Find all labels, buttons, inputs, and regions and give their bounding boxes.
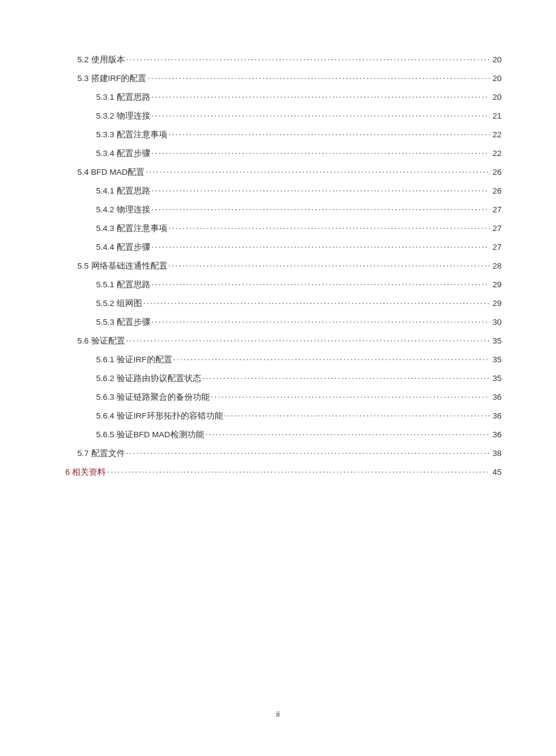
toc-entry[interactable]: 5.2 使用版本20 xyxy=(65,54,502,65)
toc-leader-dots xyxy=(211,392,490,401)
toc-leader-dots xyxy=(152,92,490,101)
toc-entry-label: 5.6.1 验证IRF的配置 xyxy=(96,354,172,365)
toc-entry-label: 5.7 配置文件 xyxy=(77,448,125,459)
toc-entry-page: 21 xyxy=(491,111,502,120)
toc-entry-label: 5.4.1 配置思路 xyxy=(96,186,150,197)
toc-entry[interactable]: 5.6 验证配置35 xyxy=(65,336,502,347)
toc-entry-page: 22 xyxy=(491,130,502,139)
toc-entry[interactable]: 6 相关资料45 xyxy=(65,467,502,478)
toc-leader-dots xyxy=(126,54,490,64)
toc-leader-dots xyxy=(146,167,490,176)
page-number: ii xyxy=(0,709,556,719)
toc-entry-label: 5.4.4 配置步骤 xyxy=(96,242,150,253)
toc-entry[interactable]: 5.3.2 物理连接21 xyxy=(65,111,502,122)
toc-leader-dots xyxy=(224,411,490,420)
toc-entry-page: 35 xyxy=(491,355,502,364)
toc-entry[interactable]: 5.6.5 验证BFD MAD检测功能36 xyxy=(65,429,502,440)
toc-entry-page: 29 xyxy=(491,299,502,308)
toc-leader-dots xyxy=(126,448,490,457)
toc-leader-dots xyxy=(152,186,490,195)
toc-entry[interactable]: 5.3.4 配置步骤22 xyxy=(65,148,502,159)
toc-entry-page: 30 xyxy=(491,318,502,327)
toc-leader-dots xyxy=(152,148,490,157)
toc-leader-dots xyxy=(169,223,490,232)
toc-entry-page: 22 xyxy=(491,149,502,158)
toc-entry-label: 5.3.4 配置步骤 xyxy=(96,148,150,159)
toc-leader-dots xyxy=(143,298,490,307)
toc-entry-page: 29 xyxy=(491,280,502,289)
toc-entry-page: 36 xyxy=(491,411,502,420)
toc-entry-label: 5.6.4 验证IRF环形拓扑的容错功能 xyxy=(96,411,223,422)
toc-entry-page: 28 xyxy=(491,261,502,270)
toc-entry-label: 5.6 验证配置 xyxy=(77,336,125,347)
toc-entry-label: 5.4 BFD MAD配置 xyxy=(77,167,144,178)
toc-leader-dots xyxy=(152,242,490,251)
toc-entry-page: 36 xyxy=(491,430,502,439)
toc-entry-page: 27 xyxy=(491,224,502,233)
toc-leader-dots xyxy=(152,111,490,120)
toc-leader-dots xyxy=(205,429,490,438)
toc-leader-dots xyxy=(173,354,490,363)
toc-entry-page: 26 xyxy=(491,168,502,177)
toc-container: 5.2 使用版本205.3 搭建IRF的配置205.3.1 配置思路205.3.… xyxy=(0,0,556,478)
toc-entry-label: 5.4.3 配置注意事项 xyxy=(96,223,167,234)
toc-entry-page: 35 xyxy=(491,336,502,345)
toc-entry-label: 5.4.2 物理连接 xyxy=(96,204,150,215)
toc-entry-page: 20 xyxy=(491,93,502,102)
toc-entry[interactable]: 5.5.3 配置步骤30 xyxy=(65,317,502,328)
toc-entry-label: 5.5.1 配置思路 xyxy=(96,279,150,290)
toc-entry-page: 27 xyxy=(491,243,502,252)
toc-leader-dots xyxy=(126,336,490,345)
toc-entry[interactable]: 5.4.3 配置注意事项27 xyxy=(65,223,502,234)
toc-leader-dots xyxy=(202,373,490,382)
toc-entry-page: 35 xyxy=(491,374,502,383)
toc-leader-dots xyxy=(107,467,490,476)
toc-entry[interactable]: 5.4 BFD MAD配置26 xyxy=(65,167,502,178)
toc-entry[interactable]: 5.3 搭建IRF的配置20 xyxy=(65,73,502,84)
toc-entry-label: 5.5.2 组网图 xyxy=(96,298,142,309)
toc-entry-page: 45 xyxy=(491,468,502,477)
toc-leader-dots xyxy=(152,279,490,288)
toc-entry-page: 20 xyxy=(491,74,502,83)
toc-entry[interactable]: 5.3.1 配置思路20 xyxy=(65,92,502,103)
toc-entry-label: 5.5 网络基础连通性配置 xyxy=(77,261,167,272)
toc-leader-dots xyxy=(169,129,490,138)
toc-entry-label: 5.6.2 验证路由协议配置状态 xyxy=(96,373,201,384)
toc-entry-page: 38 xyxy=(491,449,502,458)
toc-entry[interactable]: 5.5.2 组网图29 xyxy=(65,298,502,309)
toc-entry[interactable]: 5.4.1 配置思路26 xyxy=(65,186,502,197)
toc-entry[interactable]: 5.5 网络基础连通性配置28 xyxy=(65,261,502,272)
toc-entry[interactable]: 5.6.1 验证IRF的配置35 xyxy=(65,354,502,365)
toc-entry[interactable]: 5.6.4 验证IRF环形拓扑的容错功能36 xyxy=(65,411,502,422)
toc-leader-dots xyxy=(152,204,490,213)
toc-entry-page: 20 xyxy=(491,55,502,64)
toc-entry-page: 27 xyxy=(491,205,502,214)
toc-entry[interactable]: 5.4.4 配置步骤27 xyxy=(65,242,502,253)
toc-leader-dots xyxy=(169,261,490,270)
toc-entry[interactable]: 5.5.1 配置思路29 xyxy=(65,279,502,290)
toc-entry-label: 5.3.2 物理连接 xyxy=(96,111,150,122)
toc-list: 5.2 使用版本205.3 搭建IRF的配置205.3.1 配置思路205.3.… xyxy=(65,54,502,478)
toc-entry-page: 26 xyxy=(491,186,502,195)
toc-entry-label: 5.5.3 配置步骤 xyxy=(96,317,150,328)
toc-entry-label: 5.6.5 验证BFD MAD检测功能 xyxy=(96,429,204,440)
toc-entry[interactable]: 5.7 配置文件38 xyxy=(65,448,502,459)
toc-entry-label: 5.6.3 验证链路聚合的备份功能 xyxy=(96,392,210,403)
toc-entry[interactable]: 5.6.2 验证路由协议配置状态35 xyxy=(65,373,502,384)
toc-leader-dots xyxy=(152,317,490,326)
toc-entry[interactable]: 5.4.2 物理连接27 xyxy=(65,204,502,215)
toc-entry-page: 36 xyxy=(491,393,502,402)
toc-entry-label: 5.2 使用版本 xyxy=(77,54,125,65)
toc-entry[interactable]: 5.6.3 验证链路聚合的备份功能36 xyxy=(65,392,502,403)
toc-entry-label: 6 相关资料 xyxy=(65,467,106,478)
toc-leader-dots xyxy=(147,73,490,82)
toc-entry[interactable]: 5.3.3 配置注意事项22 xyxy=(65,129,502,140)
toc-entry-label: 5.3 搭建IRF的配置 xyxy=(77,73,146,84)
toc-entry-label: 5.3.1 配置思路 xyxy=(96,92,150,103)
toc-entry-label: 5.3.3 配置注意事项 xyxy=(96,129,167,140)
